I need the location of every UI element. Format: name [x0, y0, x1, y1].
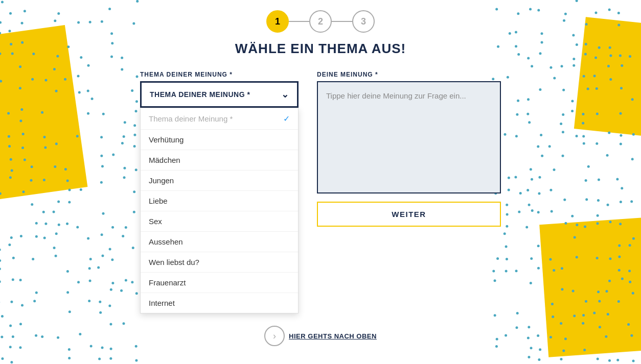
step-2-number: 2 — [318, 16, 323, 27]
check-icon-0: ✓ — [283, 114, 290, 124]
dropdown-item-6[interactable]: Aussehen — [141, 232, 298, 252]
dropdown-item-text-6: Aussehen — [149, 237, 183, 246]
step-3-circle: 3 — [352, 10, 375, 33]
dropdown-item-text-5: Sex — [149, 217, 162, 226]
dropdown-item-1[interactable]: Verhütung — [141, 130, 298, 150]
dropdown-item-8[interactable]: Frauenarzt — [141, 273, 298, 293]
left-field-label: THEMA DEINER MEINUNG * — [140, 71, 299, 78]
dropdown-item-text-4: Liebe — [149, 197, 168, 205]
dropdown-item-text-2: Mädchen — [149, 156, 180, 164]
dropdown-item-3[interactable]: Jungen — [141, 171, 298, 191]
chevron-down-icon: ⌄ — [281, 89, 289, 100]
step-indicator: 1 2 3 — [266, 10, 375, 33]
step-line-1 — [289, 21, 309, 22]
left-column: THEMA DEINER MEINUNG * THEMA DEINER MEIN… — [140, 71, 299, 313]
bottom-link-container: › HIER GEHTS NACH OBEN — [264, 326, 377, 346]
dropdown-menu: Thema deiner Meinung * ✓ Verhütung Mädch… — [140, 108, 299, 313]
step-2-circle: 2 — [309, 10, 332, 33]
meinung-textarea[interactable] — [317, 81, 501, 193]
dropdown-item-text-3: Jungen — [149, 176, 174, 185]
dropdown-item-9[interactable]: Internet — [141, 293, 298, 313]
dropdown-item-text-0: Thema deiner Meinung * — [149, 114, 233, 123]
step-1-number: 1 — [275, 16, 280, 27]
page-title: WÄHLE EIN THEMA AUS! — [235, 41, 406, 57]
step-line-2 — [332, 21, 352, 22]
dropdown-item-text-1: Verhütung — [149, 135, 184, 144]
dropdown-item-text-8: Frauenarzt — [149, 278, 186, 287]
step-1-circle: 1 — [266, 10, 289, 33]
scroll-up-button[interactable]: › — [264, 326, 285, 346]
dropdown-selected-label: THEMA DEINER MEINUNG * — [150, 90, 250, 99]
dropdown-item-7[interactable]: Wen liebst du? — [141, 252, 298, 273]
dropdown-item-text-9: Internet — [149, 299, 175, 307]
dropdown-button[interactable]: THEMA DEINER MEINUNG * ⌄ — [140, 81, 299, 108]
right-column: DEINE MEINUNG * WEITER — [317, 71, 501, 227]
dropdown-item-4[interactable]: Liebe — [141, 191, 298, 211]
dropdown-item-text-7: Wen liebst du? — [149, 258, 199, 266]
dropdown-item-2[interactable]: Mädchen — [141, 150, 298, 171]
form-area: THEMA DEINER MEINUNG * THEMA DEINER MEIN… — [140, 71, 501, 313]
weiter-button[interactable]: WEITER — [317, 202, 501, 227]
bottom-link[interactable]: HIER GEHTS NACH OBEN — [289, 332, 377, 340]
step-3-number: 3 — [361, 16, 366, 27]
right-field-label: DEINE MEINUNG * — [317, 71, 501, 78]
dropdown-item-0[interactable]: Thema deiner Meinung * ✓ — [141, 108, 298, 130]
dropdown-item-5[interactable]: Sex — [141, 211, 298, 232]
